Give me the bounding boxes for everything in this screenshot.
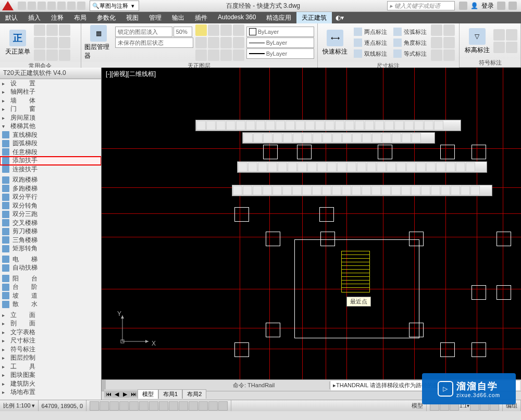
toolbar-btn-icon[interactable] [272, 186, 282, 195]
toolbar-btn-icon[interactable] [362, 186, 371, 195]
toolbar-btn-icon[interactable] [317, 162, 327, 172]
toolbar-btn-icon[interactable] [392, 133, 401, 143]
ribbon-tab[interactable]: 输出 [167, 12, 190, 23]
ribbon-tab[interactable]: 管理 [144, 12, 167, 23]
tree-category[interactable]: ▸场地布置 [0, 388, 101, 397]
lock-icon[interactable] [220, 24, 232, 36]
stair-item[interactable]: 任意梯段 [0, 148, 101, 157]
toolbar-btn-icon[interactable] [297, 162, 307, 172]
layer-tool-icon[interactable] [233, 24, 244, 36]
toolbar-btn-icon[interactable] [258, 162, 267, 172]
toolbar-btn-icon[interactable] [371, 186, 381, 195]
toolbar-btn-icon[interactable] [253, 133, 263, 143]
tree-category[interactable]: ▸轴网柱子 [0, 88, 101, 97]
ducs-toggle-icon[interactable] [159, 401, 168, 411]
dim-tool-icon[interactable] [443, 49, 455, 61]
toolbar-btn-icon[interactable] [302, 186, 312, 195]
sym-tool-icon[interactable] [506, 29, 517, 41]
color-bylayer-combo[interactable]: ByLayer [246, 27, 314, 37]
am-toggle-icon[interactable] [218, 401, 228, 411]
stair-item[interactable]: 双分平行 [0, 193, 101, 202]
toolbar-btn-icon[interactable] [315, 121, 325, 130]
common-tool-icon[interactable] [34, 37, 45, 48]
toolbar-btn-icon[interactable] [441, 186, 450, 195]
toolbar-btn-icon[interactable] [322, 133, 332, 143]
layer-tool-icon[interactable] [148, 49, 157, 58]
toolbar-btn-icon[interactable] [246, 121, 255, 130]
layer-state-combo[interactable]: 未保存的图层状态 [115, 37, 193, 48]
stair-item[interactable]: 圆弧梯段 [0, 139, 101, 148]
layout-tab[interactable]: 布局1 [158, 389, 182, 399]
stair-item[interactable]: 双分三跑 [0, 210, 101, 219]
tree-category[interactable]: ▸文字表格 [0, 328, 101, 337]
common-tool-icon[interactable] [59, 49, 70, 61]
toolbar-btn-icon[interactable] [375, 121, 384, 130]
toolbar-btn-icon[interactable] [307, 162, 317, 172]
toolbar-btn-icon[interactable] [256, 121, 265, 130]
snap-toggle-icon[interactable] [90, 401, 99, 411]
line-bylayer-combo[interactable]: ByLayer [246, 37, 314, 48]
toolbar-btn-icon[interactable] [396, 162, 406, 172]
layer-tool-icon[interactable] [233, 37, 244, 48]
stair-item[interactable]: 连接扶手 [0, 165, 101, 174]
stair-item[interactable]: 电 梯 [0, 255, 101, 264]
toolbar-btn-icon[interactable] [382, 133, 391, 143]
layer-manager-button[interactable]: ▦ 图层管理器 [84, 25, 113, 60]
scale-display[interactable]: 比例 1:100 ▾ [0, 400, 39, 411]
dim-tool-icon[interactable] [431, 49, 442, 61]
toolbar-btn-icon[interactable] [342, 186, 351, 195]
toolbar-btn-icon[interactable] [451, 186, 460, 195]
tab-nav-first[interactable]: ⏮ [104, 391, 113, 397]
tree-category[interactable]: ▸尺寸标注 [0, 337, 101, 346]
ribbon-tab[interactable]: 默认 [0, 12, 23, 23]
ribbon-tab[interactable]: 参数化 [92, 12, 121, 23]
stair-item[interactable]: 坡 道 [0, 291, 101, 300]
osnap-toggle-icon[interactable] [129, 401, 139, 411]
tree-category[interactable]: ▸符号标注 [0, 345, 101, 354]
layer-tool-icon[interactable] [126, 49, 135, 58]
dim-tool-icon[interactable] [443, 37, 455, 48]
floating-toolbar-3[interactable] [237, 161, 487, 173]
tab-nav-last[interactable]: ⏭ [129, 391, 138, 397]
tree-category[interactable]: ▸墙 体 [0, 96, 101, 105]
toolbar-btn-icon[interactable] [431, 186, 440, 195]
user-icon[interactable]: 👤 [470, 2, 478, 9]
layer-tool-icon[interactable] [220, 49, 232, 61]
toolbar-btn-icon[interactable] [414, 121, 424, 130]
stair-item[interactable]: 双分转角 [0, 201, 101, 210]
sym-tool-icon[interactable] [493, 42, 505, 53]
toolbar-btn-icon[interactable] [421, 186, 430, 195]
toolbar-btn-icon[interactable] [248, 162, 257, 172]
toolbar-btn-icon[interactable] [365, 121, 374, 130]
toolbar-btn-icon[interactable] [335, 121, 344, 130]
search-input[interactable]: ▸键入关键字或短语 [387, 1, 455, 10]
layer-tool-icon[interactable] [220, 37, 232, 48]
tpy-toggle-icon[interactable] [189, 401, 198, 411]
qat-saveas-icon[interactable] [47, 2, 56, 10]
toolbar-btn-icon[interactable] [391, 186, 401, 195]
ribbon-tab[interactable]: Autodesk 360 [213, 12, 261, 23]
sym-tool-icon[interactable] [493, 29, 505, 41]
qat-new-icon[interactable] [18, 2, 26, 10]
toolbar-btn-icon[interactable] [292, 186, 302, 195]
toolbar-btn-icon[interactable] [238, 162, 247, 172]
toolbar-btn-icon[interactable] [461, 186, 470, 195]
layer-lock-value[interactable]: 50% [173, 27, 192, 37]
toolbar-btn-icon[interactable] [253, 186, 262, 195]
common-tool-icon[interactable] [46, 24, 58, 36]
stair-item[interactable]: 台 阶 [0, 283, 101, 292]
layer-tool-icon[interactable] [115, 49, 125, 58]
stair-item[interactable]: 散 水 [0, 300, 101, 309]
toolbar-btn-icon[interactable] [303, 133, 312, 143]
toolbar-btn-icon[interactable] [362, 133, 371, 143]
ribbon-tab[interactable]: 注释 [46, 12, 69, 23]
tree-category[interactable]: ▸立 面 [0, 311, 101, 320]
toolbar-btn-icon[interactable] [226, 121, 235, 130]
common-tool-icon[interactable] [46, 37, 58, 48]
tree-category[interactable]: ▸剖 面 [0, 320, 101, 328]
stair-item[interactable]: 三角楼梯 [0, 236, 101, 245]
toolbar-btn-icon[interactable] [387, 162, 396, 172]
toolbar-btn-icon[interactable] [446, 162, 455, 172]
toolbar-btn-icon[interactable] [352, 186, 361, 195]
tree-category[interactable]: ▸工 具 [0, 362, 101, 371]
